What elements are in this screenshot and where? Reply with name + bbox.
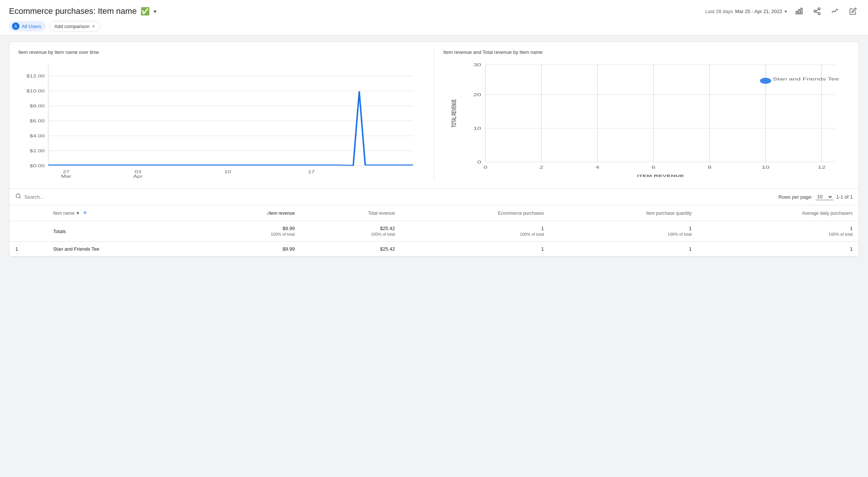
row-num: 1 xyxy=(9,242,47,257)
main-card: Item revenue by Item name over time xyxy=(9,42,859,257)
totals-num xyxy=(9,221,47,242)
svg-text:$6.00: $6.00 xyxy=(30,119,45,123)
search-box xyxy=(15,193,99,201)
svg-text:10: 10 xyxy=(762,165,770,169)
svg-text:0: 0 xyxy=(477,160,481,164)
page-title: Ecommerce purchases: Item name xyxy=(9,6,137,16)
svg-text:Apr: Apr xyxy=(133,174,143,178)
svg-line-6 xyxy=(816,12,818,13)
table-row: 1 Stan and Friends Tee $9.99 $25.42 1 1 … xyxy=(9,242,859,257)
rows-per-page-label: Rows per page: xyxy=(779,194,813,200)
all-users-chip[interactable]: A All Users xyxy=(9,21,46,31)
charts-section: Item revenue by Item name over time xyxy=(9,42,859,189)
segment-row: A All Users Add comparison ＋ xyxy=(9,21,859,35)
right-chart-title: Item revenue and Total revenue by Item n… xyxy=(443,49,850,55)
totals-item-purchase-quantity: 1 100% of total xyxy=(550,221,698,242)
svg-text:TOTAL REVENUE: TOTAL REVENUE xyxy=(450,100,458,128)
edit-icon[interactable] xyxy=(847,5,859,17)
col-header-item-purchase-quantity: Item purchase quantity xyxy=(550,205,698,221)
svg-text:8: 8 xyxy=(708,165,711,169)
svg-point-3 xyxy=(818,8,820,10)
date-dropdown-arrow[interactable]: ▾ xyxy=(784,9,787,14)
date-range: Last 28 days Mar 25 - Apr 21, 2022 ▾ xyxy=(705,9,787,14)
totals-row: Totals $9.99 100% of total $25.42 100% o… xyxy=(9,221,859,242)
title-row: Ecommerce purchases: Item name ✅ ▾ Last … xyxy=(9,5,859,17)
table-toolbar: Rows per page: 10 25 50 1-1 of 1 xyxy=(9,189,859,205)
totals-total-revenue: $25.42 100% of total xyxy=(301,221,401,242)
verified-icon: ✅ xyxy=(140,7,150,16)
svg-text:20: 20 xyxy=(473,93,481,97)
svg-text:$0.00: $0.00 xyxy=(30,164,45,168)
rows-per-page: 10 25 50 xyxy=(816,193,833,200)
date-text: Mar 25 - Apr 21, 2022 xyxy=(735,9,782,14)
row-ecommerce-purchases: 1 xyxy=(401,242,550,257)
row-item-purchase-quantity: 1 xyxy=(550,242,698,257)
left-chart-title: Item revenue by Item name over time xyxy=(18,49,425,55)
bar-chart-icon[interactable] xyxy=(793,5,805,17)
svg-point-5 xyxy=(818,13,820,15)
svg-text:0: 0 xyxy=(483,165,487,169)
svg-text:ITEM REVENUE: ITEM REVENUE xyxy=(637,174,684,178)
svg-point-53 xyxy=(760,78,771,84)
sparkline-icon[interactable] xyxy=(829,5,841,17)
col-header-item-name[interactable]: Item name ▼ + xyxy=(47,205,197,221)
search-icon xyxy=(15,193,21,201)
svg-line-7 xyxy=(816,9,818,11)
search-input[interactable] xyxy=(24,194,99,200)
col-header-total-revenue: Total revenue xyxy=(301,205,401,221)
totals-item-revenue: $9.99 100% of total xyxy=(197,221,301,242)
svg-rect-2 xyxy=(801,8,802,14)
svg-point-55 xyxy=(16,194,20,198)
add-column-button[interactable]: + xyxy=(83,209,87,217)
totals-label: Totals xyxy=(47,221,197,242)
line-chart-container: $0.00 $2.00 $4.00 $6.00 $8.00 $10.00 $12… xyxy=(18,61,425,181)
row-item-name[interactable]: Stan and Friends Tee xyxy=(47,242,197,257)
row-item-revenue: $9.99 xyxy=(197,242,301,257)
svg-text:03: 03 xyxy=(135,170,142,174)
row-total-revenue: $25.42 xyxy=(301,242,401,257)
svg-text:12: 12 xyxy=(818,165,826,169)
svg-text:17: 17 xyxy=(308,170,315,174)
right-chart: Item revenue and Total revenue by Item n… xyxy=(434,49,850,181)
svg-rect-0 xyxy=(796,11,798,14)
col-header-ecommerce-purchases: Ecommerce purchases xyxy=(401,205,550,221)
svg-text:30: 30 xyxy=(473,63,481,67)
pagination-text: 1-1 of 1 xyxy=(836,194,853,200)
svg-text:$4.00: $4.00 xyxy=(30,134,45,138)
segment-label: All Users xyxy=(22,24,41,29)
svg-text:27: 27 xyxy=(63,170,70,174)
col-item-name-label: Item name ▼ xyxy=(53,211,80,216)
col-header-num xyxy=(9,205,47,221)
title-right: Last 28 days Mar 25 - Apr 21, 2022 ▾ xyxy=(705,5,859,17)
svg-text:$2.00: $2.00 xyxy=(30,149,45,153)
add-comparison-plus: ＋ xyxy=(91,23,96,30)
svg-text:10: 10 xyxy=(224,170,231,174)
svg-text:Stan and Friends Tee: Stan and Friends Tee xyxy=(773,77,839,81)
svg-text:$12.00: $12.00 xyxy=(26,74,45,78)
data-table: Item name ▼ + ↓Item revenue Total revenu… xyxy=(9,205,859,257)
svg-text:4: 4 xyxy=(595,165,599,169)
share-icon[interactable] xyxy=(811,5,823,17)
svg-line-56 xyxy=(19,197,21,198)
add-comparison-button[interactable]: Add comparison ＋ xyxy=(49,21,101,31)
date-prefix: Last 28 days xyxy=(705,9,733,14)
top-bar: Ecommerce purchases: Item name ✅ ▾ Last … xyxy=(0,0,868,36)
add-comparison-label: Add comparison xyxy=(54,24,89,29)
col-header-avg-daily-purchasers: Average daily purchasers xyxy=(698,205,859,221)
svg-text:2: 2 xyxy=(540,165,543,169)
svg-text:$10.00: $10.00 xyxy=(26,89,45,93)
table-header-row: Item name ▼ + ↓Item revenue Total revenu… xyxy=(9,205,859,221)
row-avg-daily-purchasers: 1 xyxy=(698,242,859,257)
svg-point-4 xyxy=(814,10,816,12)
totals-ecommerce-purchases: 1 100% of total xyxy=(401,221,550,242)
title-dropdown-arrow[interactable]: ▾ xyxy=(154,8,157,15)
main-content: Item revenue by Item name over time xyxy=(0,36,868,263)
avatar: A xyxy=(12,22,19,30)
svg-text:10: 10 xyxy=(473,126,481,131)
col-header-item-revenue[interactable]: ↓Item revenue xyxy=(197,205,301,221)
rows-per-page-select[interactable]: 10 25 50 xyxy=(816,193,833,200)
scatter-chart-container: 0 10 20 30 0 2 4 6 8 10 12 ITEM REVENUE xyxy=(443,61,850,181)
left-chart: Item revenue by Item name over time xyxy=(18,49,434,181)
svg-text:6: 6 xyxy=(652,165,655,169)
svg-rect-1 xyxy=(798,9,800,14)
